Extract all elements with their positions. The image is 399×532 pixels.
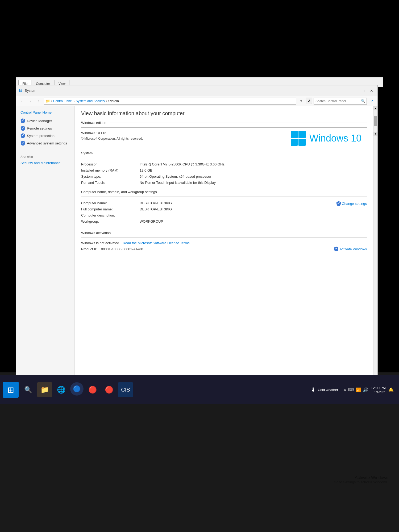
breadcrumb-item-0[interactable]: Control Panel	[53, 99, 73, 103]
table-row: Workgroup: WORKGROUP	[81, 218, 336, 225]
sidebar-item-remote-settings[interactable]: Remote settings	[16, 124, 74, 132]
breadcrumb-current: System	[108, 99, 119, 103]
cn-label: Computer name:	[81, 200, 140, 206]
pentouch-value: No Pen or Touch Input is available for t…	[140, 180, 367, 186]
edition-name: Windows 10 Pro	[81, 131, 291, 135]
systype-value: 64-bit Operating System, x64-based proce…	[140, 173, 367, 180]
tray-network-icon[interactable]: 📶	[356, 387, 361, 392]
shield-icon-protection	[20, 133, 25, 138]
sidebar-home[interactable]: Control Panel Home	[16, 109, 74, 117]
activate-windows-button[interactable]: Activate Windows	[334, 247, 367, 251]
scroll-down-button[interactable]: ▼	[373, 132, 377, 136]
help-button[interactable]: ?	[368, 98, 375, 105]
taskbar-search-icon[interactable]: 🔍	[21, 382, 36, 397]
tray-chevron[interactable]: ∧	[343, 387, 347, 392]
search-button[interactable]: 🔍	[360, 98, 367, 105]
edition-section: Windows 10 Pro © Microsoft Corporation. …	[81, 131, 367, 146]
watermark-line2: Go to Settings to activate Windows.	[334, 480, 388, 484]
processor-value: Intel(R) Core(TM) i5-2500K CPU @ 3.30GHz…	[140, 161, 367, 167]
system-divider	[81, 158, 367, 158]
table-row: Pen and Touch: No Pen or Touch Input is …	[81, 180, 367, 186]
cd-value	[140, 212, 336, 218]
see-also-label: See also	[16, 153, 74, 160]
table-row: Installed memory (RAM): 12.0 GB	[81, 167, 367, 173]
cn-value: DESKTOP-EBT3KIG	[140, 200, 336, 206]
weather-icon: 🌡	[310, 386, 316, 393]
activation-watermark: Activate Windows Go to Settings to activ…	[334, 475, 388, 484]
processor-label: Processor:	[81, 161, 140, 167]
sidebar-item-system-protection[interactable]: System protection	[16, 132, 74, 139]
sidebar-label-device-manager: Device Manager	[27, 119, 52, 123]
activate-windows-label: Activate Windows	[339, 247, 367, 251]
sidebar-label-advanced-settings: Advanced system settings	[27, 141, 67, 145]
taskbar: ⊞ 🔍 📁 🌐 🔵 🔴 🔴 CIS 🌡 Cold weather ∧ ⌨ 📶 🔊…	[0, 375, 399, 404]
title-bar: 🖥 System — □ ✕	[16, 85, 377, 96]
activation-divider	[81, 238, 367, 238]
watermark-line1: Activate Windows	[334, 475, 388, 480]
taskbar-opera2-icon[interactable]: 🔴	[102, 382, 117, 397]
tray-volume-icon[interactable]: 🔊	[363, 387, 368, 392]
minimize-button[interactable]: —	[351, 88, 358, 94]
window-icon: 🖥	[18, 88, 23, 93]
scrollbar[interactable]: ▲ ▼	[373, 106, 377, 393]
close-button[interactable]: ✕	[368, 88, 375, 94]
activation-section: Windows activation Windows is not activa…	[81, 231, 367, 251]
edition-divider	[81, 127, 367, 128]
breadcrumb-item-1[interactable]: System and Security	[76, 99, 105, 103]
system-info-table: Processor: Intel(R) Core(TM) i5-2500K CP…	[81, 161, 367, 186]
shield-icon-activate	[334, 247, 338, 251]
computer-section-header: Computer name, domain, and workgroup set…	[81, 190, 367, 194]
start-button[interactable]: ⊞	[3, 382, 19, 398]
maximize-button[interactable]: □	[359, 88, 367, 94]
shield-icon-change	[336, 201, 341, 206]
taskbar-app-icon[interactable]: CIS	[118, 382, 133, 397]
fcn-label: Full computer name:	[81, 206, 140, 212]
scroll-thumb[interactable]	[374, 116, 377, 126]
scroll-up-button[interactable]: ▲	[373, 106, 377, 110]
taskbar-opera-icon[interactable]: 🔴	[85, 382, 100, 397]
taskbar-edge-icon[interactable]: 🌐	[54, 382, 69, 397]
product-id-value: 00331-10000-00001-AA401	[101, 247, 144, 251]
fcn-value: DESKTOP-EBT3KIG	[140, 206, 336, 212]
breadcrumb-sep0: ›	[51, 99, 52, 103]
breadcrumb: 📁 › Control Panel › System and Security …	[44, 98, 296, 105]
computer-name-section: Computer name, domain, and workgroup set…	[81, 190, 367, 227]
table-row: Full computer name: DESKTOP-EBT3KIG	[81, 206, 336, 212]
search-input[interactable]	[314, 99, 360, 103]
windows-logo: Windows 10	[291, 131, 361, 146]
activation-section-header: Windows activation	[81, 231, 367, 235]
taskbar-icons: 🔍 📁 🌐 🔵 🔴 🔴 CIS	[21, 382, 308, 397]
change-settings-button[interactable]: Change settings	[336, 201, 367, 206]
edition-copyright: © Microsoft Corporation. All rights rese…	[81, 136, 291, 141]
license-link[interactable]: Read the Microsoft Software License Term…	[123, 241, 189, 245]
refresh-button[interactable]: ↺	[306, 98, 312, 104]
taskbar-right: 🌡 Cold weather ∧ ⌨ 📶 🔊 12:00 PM 1/1/2021…	[308, 385, 396, 394]
dropdown-button[interactable]: ▾	[298, 98, 305, 105]
notification-icon[interactable]: 🔔	[388, 387, 394, 392]
main-content: Control Panel Home Device Manager Rem	[16, 106, 377, 393]
sidebar-item-device-manager[interactable]: Device Manager	[16, 117, 74, 124]
tray-keyboard-icon[interactable]: ⌨	[348, 387, 354, 392]
sidebar: Control Panel Home Device Manager Rem	[16, 106, 75, 393]
table-row: Computer name: DESKTOP-EBT3KIG	[81, 200, 336, 206]
system-clock[interactable]: 12:00 PM 1/1/2021	[371, 386, 386, 394]
search-box-container: 🔍	[314, 98, 367, 105]
taskbar-chrome-icon[interactable]: 🔵	[70, 382, 84, 396]
back-button[interactable]: ‹	[18, 98, 25, 105]
shield-icon-device	[20, 118, 25, 123]
system-section-header: System	[81, 151, 367, 155]
breadcrumb-home-icon: 📁	[46, 99, 50, 103]
wg-label: Workgroup:	[81, 218, 140, 225]
sidebar-link-security[interactable]: Security and Maintenance	[16, 160, 74, 166]
table-row: Processor: Intel(R) Core(TM) i5-2500K CP…	[81, 161, 367, 167]
sidebar-item-advanced-settings[interactable]: Advanced system settings	[16, 139, 74, 147]
product-id-label: Product ID:	[81, 247, 98, 251]
weather-widget[interactable]: 🌡 Cold weather	[308, 385, 341, 394]
system-tray: ∧ ⌨ 📶 🔊	[343, 387, 368, 392]
forward-button[interactable]: ›	[27, 98, 34, 105]
taskbar-file-explorer[interactable]: 📁	[37, 382, 52, 397]
shield-icon-remote	[20, 126, 25, 131]
up-button[interactable]: ↑	[35, 98, 42, 105]
table-row: System type: 64-bit Operating System, x6…	[81, 173, 367, 180]
wg-value: WORKGROUP	[140, 218, 336, 225]
